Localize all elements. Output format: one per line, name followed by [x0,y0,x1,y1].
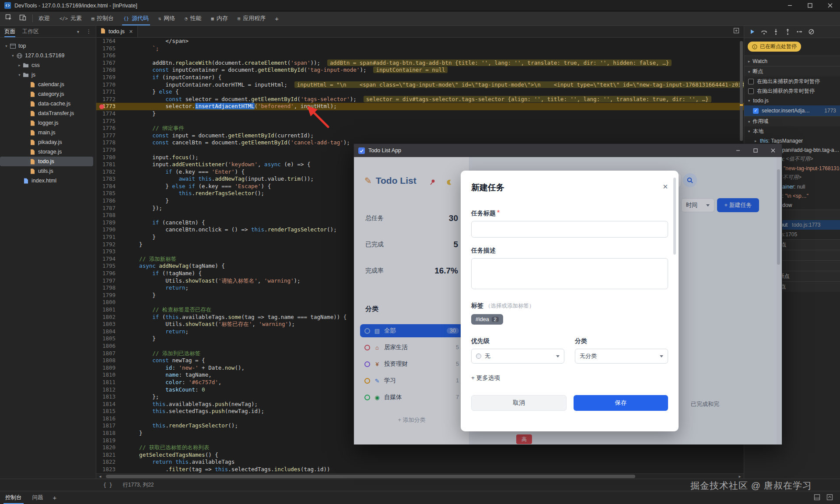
tab-memory[interactable]: ▦内存 [206,11,233,25]
line-number[interactable]: 1782 [96,168,122,176]
line-number[interactable]: 1779 [96,147,122,154]
line-number[interactable]: 1777 [96,132,122,140]
line-number[interactable]: 1766 [96,52,122,60]
more-tabs-icon[interactable] [733,28,739,35]
line-number[interactable]: 1809 [96,364,122,372]
tree-item-top[interactable]: ▾top [0,41,93,51]
line-number[interactable]: 1793 [96,248,122,256]
line-number[interactable]: 1798 [96,284,122,292]
line-number[interactable]: 1817 [96,422,122,430]
breakpoint-option[interactable]: 在抛出未捕获的异常时暂停 [744,77,840,86]
breakpoint-entry[interactable]: ✓ selector.insertAdja… 1773 [744,105,840,116]
line-number[interactable]: 1774 [96,110,122,118]
deactivate-breakpoints-icon[interactable] [808,28,815,35]
kebab-menu-icon[interactable]: ⋮ [86,28,91,35]
line-number[interactable]: 1785 [96,190,122,197]
scope-section[interactable]: ▾作用域 [744,116,840,126]
cancel-button[interactable]: 取消 [471,395,567,411]
add-drawer-tab-button[interactable]: + [49,494,61,501]
minimize-button[interactable] [780,0,800,11]
tab-performance[interactable]: ◔性能 [180,11,206,25]
drawer-tab-console[interactable]: 控制台 [0,491,27,504]
line-number[interactable]: 1767 [96,60,122,67]
line-number[interactable]: 1821 [96,452,122,459]
tree-item-utils.js[interactable]: utils.js [0,166,93,176]
line-number[interactable]: 1823 [96,466,122,473]
device-toolbar-icon[interactable] [19,14,26,23]
todo-titlebar[interactable]: Todo List App [354,144,782,157]
editor-tab-todojs[interactable]: todo.js ✕ [96,26,138,37]
scope-local-group[interactable]: ▾本地 [744,126,840,136]
step-into-icon[interactable] [773,28,779,35]
tree-item-storage.js[interactable]: storage.js [0,147,93,157]
tab-console[interactable]: ▤控制台 [87,11,119,25]
resume-script-icon[interactable] [749,28,756,35]
editor-vertical-scrollbar[interactable] [740,41,743,141]
tab-elements[interactable]: </>元素 [55,11,87,25]
chevron-down-icon[interactable]: ▾ [77,29,79,34]
line-number[interactable]: 1820 [96,444,122,452]
line-number[interactable]: 1801 [96,306,122,314]
tree-item-css[interactable]: ▸css [0,60,93,70]
breakpoints-section[interactable]: ▾断点 [744,66,840,77]
tree-item-index.html[interactable]: index.html [0,176,93,186]
step-out-icon[interactable] [784,28,791,35]
line-number[interactable]: 1819 [96,437,122,444]
line-number[interactable]: 1765 [96,45,122,52]
close-tab-icon[interactable]: ✕ [129,29,133,35]
line-number[interactable]: 1783 [96,175,122,183]
line-number[interactable]: 1791 [96,234,122,241]
line-number[interactable]: 1787 [96,205,122,212]
line-number[interactable]: 1770 [96,81,122,89]
line-number[interactable]: 1796 [96,270,122,277]
line-number[interactable]: 1812 [96,386,122,394]
editor-horizontal-scrollbar[interactable]: ◄ ► [96,473,744,479]
line-number[interactable]: 1822 [96,458,122,466]
tab-sources[interactable]: {}源代码 [119,11,154,25]
inspect-icon[interactable] [5,14,12,23]
line-number[interactable]: 1803 [96,321,122,328]
line-number[interactable]: 1772 [96,96,122,103]
tree-item-calendar.js[interactable]: calendar.js [0,80,93,89]
tag-chip[interactable]: #idea2 [471,314,503,325]
expand-drawer-icon[interactable] [826,494,833,502]
tab-application[interactable]: ⊞应用程序 [233,11,270,25]
watch-section[interactable]: ▸Watch [744,56,840,66]
tree-item-logger.js[interactable]: logger.js [0,118,93,128]
breakpoint-checkbox[interactable]: ✓ [753,108,759,114]
category-select[interactable]: 无分类 [575,349,668,364]
line-number[interactable]: 1813 [96,393,122,401]
navigator-tab-workspace[interactable]: 工作区 [22,26,39,37]
line-number[interactable]: 1769 [96,74,122,81]
line-number[interactable]: 1795 [96,262,122,270]
save-button[interactable]: 保存 [574,395,668,411]
line-number[interactable]: 1818 [96,430,122,437]
line-number[interactable]: 1806 [96,343,122,350]
drawer-tab-issues[interactable]: 问题 [27,491,49,504]
maximize-button[interactable] [800,0,820,11]
navigator-tab-page[interactable]: 页面 [4,26,15,37]
line-number[interactable]: 1815 [96,408,122,415]
step-icon[interactable] [796,28,803,35]
line-number[interactable]: 1768 [96,66,122,74]
checkbox-icon[interactable] [748,88,754,94]
line-number[interactable]: 1790 [96,226,122,234]
tree-item-dataTransfer.js[interactable]: dataTransfer.js [0,108,93,118]
line-number[interactable]: 1816 [96,415,122,423]
tree-item-127.0.0.1:57169[interactable]: ▾127.0.0.1:57169 [0,51,93,60]
line-number[interactable]: 1778 [96,139,122,147]
line-number[interactable]: 1810 [96,371,122,379]
line-number[interactable]: 1800 [96,299,122,306]
line-number[interactable]: 1789 [96,219,122,227]
tree-item-main.js[interactable]: main.js [0,128,93,137]
task-title-input[interactable] [471,221,668,238]
add-panel-button[interactable]: + [270,11,283,25]
step-over-icon[interactable] [761,28,767,35]
modal-close-icon[interactable]: ✕ [662,183,668,191]
line-number[interactable]: 1807 [96,350,122,357]
line-number[interactable]: 1797 [96,277,122,285]
close-button[interactable] [820,0,840,11]
pretty-print-button[interactable]: { } [103,482,112,488]
tab-network[interactable]: ⇅网络 [154,11,180,25]
line-number[interactable]: 1802 [96,314,122,321]
